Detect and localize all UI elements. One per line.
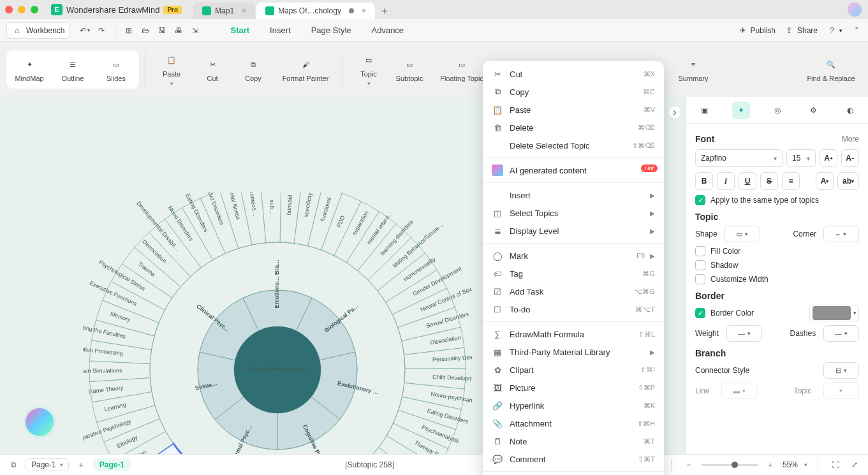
ctx-third-party[interactable]: ▦Third-Party Material Library▶: [483, 343, 664, 361]
shape-select[interactable]: ▭ ▾: [725, 226, 760, 242]
insert-subtopic-button[interactable]: ▭Subtopic: [390, 54, 429, 85]
summary-button[interactable]: ≡Summary: [668, 57, 719, 82]
font-family-select[interactable]: Zapfino▾: [695, 149, 783, 167]
pages-panel-button[interactable]: ⧉: [6, 458, 20, 472]
font-color-button[interactable]: A▾: [816, 172, 834, 190]
zoom-slider[interactable]: [701, 464, 758, 466]
fit-button[interactable]: ⛶: [828, 458, 842, 472]
font-grow-button[interactable]: A+: [820, 149, 837, 167]
ctx-todo[interactable]: ☐To-do⌘⌥T: [483, 300, 664, 318]
strike-button[interactable]: S: [760, 172, 778, 190]
sidebar-tab-map[interactable]: ◎: [769, 101, 786, 119]
new-button[interactable]: ⊞: [121, 22, 137, 39]
dashes-select[interactable]: — ▾: [823, 325, 859, 342]
format-painter-button[interactable]: 🖌Format Painter: [275, 54, 336, 85]
italic-button[interactable]: I: [717, 172, 735, 190]
text-case-button[interactable]: ab▾: [837, 172, 859, 190]
ctx-delete-selected[interactable]: Delete Selected Topic⇧⌘⌫: [483, 136, 664, 154]
undo-button[interactable]: ↶▾: [77, 22, 93, 39]
customize-width-checkbox[interactable]: Customize Width: [695, 274, 859, 284]
ctx-insert[interactable]: Insert▶: [483, 186, 664, 204]
open-button[interactable]: 🗁: [137, 22, 154, 39]
connector-style-select[interactable]: ⊟ ▾: [823, 362, 859, 379]
zoom-in-button[interactable]: ＋: [763, 458, 777, 472]
minimize-window-button[interactable]: [18, 6, 26, 13]
ctx-note[interactable]: 🗒Note⌘T: [483, 432, 664, 450]
menu-tab-insert[interactable]: Insert: [268, 22, 292, 39]
sidebar-tab-settings[interactable]: ⚙: [805, 101, 823, 119]
close-tab-icon[interactable]: ×: [242, 6, 246, 15]
close-window-button[interactable]: [5, 6, 13, 13]
redo-button[interactable]: ↷: [93, 22, 110, 39]
menu-tab-page-style[interactable]: Page Style: [310, 22, 353, 39]
cut-button[interactable]: ✂Cut: [193, 54, 232, 85]
sidebar-tab-history[interactable]: ◐: [841, 101, 859, 119]
save-button[interactable]: 🖫: [154, 22, 170, 39]
border-color-select[interactable]: ▾: [809, 305, 859, 321]
ctx-select-topics[interactable]: ◫Select Topics▶: [483, 204, 664, 222]
ctx-tag[interactable]: 🏷Tag⌘G: [483, 265, 664, 282]
insert-topic-button[interactable]: ▭Topic▾: [349, 50, 388, 89]
help-button[interactable]: ？▾: [827, 26, 842, 36]
new-tab-button[interactable]: ＋: [376, 3, 393, 19]
font-shrink-button[interactable]: A−: [841, 149, 859, 167]
active-page-chip[interactable]: Page-1: [93, 458, 131, 471]
page-selector[interactable]: Page-1▾: [26, 458, 69, 471]
zoom-out-button[interactable]: −: [682, 458, 696, 472]
ctx-copy[interactable]: ⧉Copy⌘C: [483, 83, 664, 101]
add-page-button[interactable]: ＋: [74, 458, 88, 472]
share-button[interactable]: ⇪Share: [784, 26, 818, 36]
zoom-thumb[interactable]: [732, 462, 738, 468]
ai-assistant-bubble[interactable]: [26, 408, 54, 436]
publish-button[interactable]: ✈Publish: [738, 26, 776, 36]
menu-tab-start[interactable]: Start: [229, 22, 251, 39]
workbench-button[interactable]: ⌂ Workbench: [6, 22, 70, 39]
ctx-display-level[interactable]: ≣Display Level▶: [483, 222, 664, 240]
ctx-comment[interactable]: 💬Comment⇧⌘T: [483, 450, 664, 468]
view-outline-button[interactable]: ☰Outline: [54, 54, 92, 85]
sidebar-tab-style[interactable]: ▣: [696, 101, 714, 119]
apply-same-type-checkbox[interactable]: ✓ Apply to the same type of topics: [695, 195, 859, 205]
view-slides-button[interactable]: ▭Slides: [97, 54, 135, 85]
ctx-hyperlink[interactable]: 🔗Hyperlink⌘K: [483, 397, 664, 414]
fullscreen-button[interactable]: ⤢: [848, 458, 862, 472]
ctx-clipart[interactable]: ✿Clipart⇧⌘I: [483, 361, 664, 379]
sunburst-chart[interactable]: hominidspecificityfunctionalPDDseparatio…: [83, 193, 472, 454]
align-button[interactable]: ≡: [782, 172, 800, 190]
fill-color-checkbox[interactable]: Fill Color: [695, 246, 859, 256]
ctx-mark[interactable]: ◯MarkF9▶: [483, 247, 664, 265]
ctx-add-task[interactable]: ☑Add Task⌥⌘G: [483, 282, 664, 300]
collapse-ribbon-button[interactable]: ˄: [851, 26, 862, 36]
user-avatar[interactable]: [848, 3, 862, 17]
close-tab-icon[interactable]: ×: [362, 6, 366, 15]
ctx-attachment[interactable]: 📎Attachment⇧⌘H: [483, 414, 664, 432]
ctx-formula[interactable]: ∑EdrawMath Formula⇧⌘L: [483, 325, 664, 343]
fullscreen-window-button[interactable]: [31, 6, 38, 13]
underline-button[interactable]: U: [739, 172, 756, 190]
line-select[interactable]: ▬ ▾: [721, 383, 757, 399]
export-button[interactable]: ⇲: [187, 22, 203, 39]
menu-tab-advance[interactable]: Advance: [371, 22, 406, 39]
print-button[interactable]: 🖶: [170, 22, 187, 39]
weight-select[interactable]: — ▾: [726, 325, 762, 342]
topic-row-select[interactable]: ▾: [823, 383, 859, 399]
copy-button[interactable]: ⧉Copy: [234, 54, 272, 85]
ctx-picture[interactable]: 🖼Picture⇧⌘P: [483, 379, 664, 397]
collapse-side-panel-button[interactable]: ›: [668, 105, 682, 119]
bold-button[interactable]: B: [695, 172, 713, 190]
border-color-checkbox[interactable]: ✓Border Color: [695, 308, 754, 318]
shadow-checkbox[interactable]: Shadow: [695, 260, 859, 270]
document-tab-map1[interactable]: Map1 ×: [193, 3, 255, 19]
ctx-cut[interactable]: ✂Cut⌘X: [483, 65, 664, 83]
document-tab-maps-of-psychology[interactable]: Maps Of…chology ×: [256, 3, 375, 19]
corner-select[interactable]: ⌐ ▾: [823, 226, 859, 242]
ctx-ai-content[interactable]: AI generated contentHot: [483, 161, 664, 179]
font-size-select[interactable]: 15▾: [786, 149, 816, 167]
ctx-delete[interactable]: 🗑Delete⌘⌫: [483, 119, 664, 136]
view-mindmap-button[interactable]: ✦MindMap: [10, 54, 48, 85]
find-replace-button[interactable]: 🔍Find & Replace: [800, 57, 862, 82]
font-more-link[interactable]: More: [842, 135, 859, 143]
paste-button[interactable]: 📋Paste▾: [152, 50, 191, 89]
ctx-paste[interactable]: 📋Paste⌘V: [483, 101, 664, 119]
sidebar-tab-ai[interactable]: ✦: [732, 101, 750, 119]
